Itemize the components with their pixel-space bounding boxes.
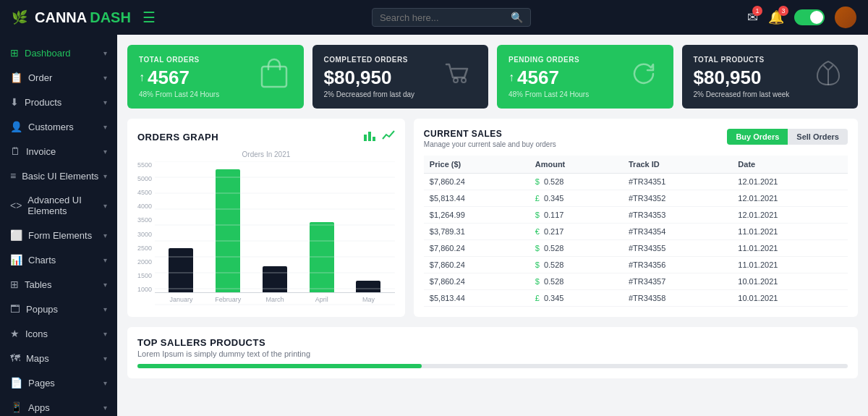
chevron-down-icon: ▾ — [103, 202, 107, 210]
main-content: TOTAL ORDERS ↑ 4567 48% From Last 24 Hou… — [117, 35, 868, 416]
cell-track-id: #TR34358 — [623, 290, 732, 307]
stat-sub: 2% Decreased from last week — [694, 90, 790, 98]
sidebar-item-maps[interactable]: 🗺 Maps ▾ — [0, 346, 117, 370]
sidebar-item-label: Icons — [25, 328, 48, 339]
cell-price: $3,789.31 — [424, 224, 529, 240]
bar-april-green — [310, 222, 334, 292]
sidebar-item-label: Charts — [28, 255, 56, 266]
stat-sub: 48% From Last 24 Hours — [139, 90, 219, 98]
sidebar-item-icons[interactable]: ★ Icons ▾ — [0, 321, 117, 346]
sidebar-item-pages[interactable]: 📄 Pages ▾ — [0, 370, 117, 395]
table-row: $1,264.99 $ 0.117 #TR34353 12.01.2021 — [424, 207, 848, 224]
currency-symbol-icon: $ — [535, 211, 540, 219]
chevron-down-icon: ▾ — [103, 98, 107, 106]
chevron-down-icon: ▾ — [103, 123, 107, 131]
cell-amount: $ 0.528 — [529, 257, 623, 273]
sidebar-item-customers[interactable]: 👤 Customers ▾ — [0, 114, 117, 139]
currency-symbol-icon: £ — [535, 194, 540, 203]
sidebar-item-label: Advanced UI Elements — [27, 195, 103, 216]
table-row: $3,789.31 € 0.217 #TR34354 11.01.2021 — [424, 224, 848, 240]
sell-orders-button[interactable]: Sell Orders — [788, 129, 848, 145]
stats-row: TOTAL ORDERS ↑ 4567 48% From Last 24 Hou… — [127, 45, 858, 109]
top-sallers-title: TOP SALLERS PRODUCTS — [137, 337, 848, 348]
sidebar-item-label: Maps — [26, 353, 49, 364]
search-bar: 🔍 — [372, 8, 531, 27]
sidebar-item-dashboard[interactable]: ⊞ Dashboard ▾ — [0, 41, 117, 65]
cell-price: $5,813.44 — [424, 190, 529, 207]
cell-price: $7,860.24 — [424, 174, 529, 190]
cell-price: $1,264.99 — [424, 207, 529, 224]
stat-label: TOTAL PRODUCTS — [694, 56, 790, 64]
cell-date: 12.01.2021 — [732, 174, 848, 190]
apps-icon: 📱 — [10, 402, 22, 413]
svg-rect-0 — [262, 67, 286, 87]
cell-amount: € 0.217 — [529, 224, 623, 240]
svg-rect-3 — [364, 135, 367, 141]
sidebar-item-charts[interactable]: 📊 Charts ▾ — [0, 247, 117, 272]
currency-symbol-icon: $ — [535, 177, 540, 186]
sidebar-item-label: Form Elements — [28, 230, 92, 241]
sidebar-item-label: Popups — [26, 304, 58, 315]
order-icon: 📋 — [10, 72, 22, 83]
toggle-knob — [810, 11, 823, 24]
x-label-march: March — [252, 293, 299, 303]
cell-date: 11.01.2021 — [732, 257, 848, 273]
x-label-february: February — [205, 293, 252, 303]
chart-icon-group — [363, 129, 395, 145]
top-sallers-card: TOP SALLERS PRODUCTS Lorem Ipsum is simp… — [127, 327, 858, 378]
col-amount: Amount — [529, 156, 623, 174]
mail-button[interactable]: ✉ 1 — [747, 9, 758, 25]
form-elements-icon: ⬜ — [10, 229, 22, 241]
sidebar-item-form-elements[interactable]: ⬜ Form Elements ▾ — [0, 223, 117, 247]
chevron-down-icon: ▾ — [103, 355, 107, 362]
toggle-switch[interactable] — [794, 9, 825, 25]
chevron-down-icon: ▾ — [103, 256, 107, 264]
sidebar-item-popups[interactable]: 🗔 Popups ▾ — [0, 297, 117, 321]
cell-date: 10.01.2021 — [732, 273, 848, 290]
bars-container — [155, 161, 395, 293]
cell-price: $5,813.44 — [424, 290, 529, 307]
svg-point-2 — [461, 78, 466, 82]
sidebar-item-order[interactable]: 📋 Order ▾ — [0, 65, 117, 90]
buy-orders-button[interactable]: Buy Orders — [727, 129, 788, 145]
cart-icon — [441, 56, 477, 98]
x-label-january: January — [158, 293, 205, 303]
x-axis-labels: January February March April May — [155, 293, 395, 303]
cell-track-id: #TR34355 — [623, 240, 732, 257]
sidebar-item-advanced-ui[interactable]: <> Advanced UI Elements ▾ — [0, 188, 117, 223]
chevron-down-icon: ▾ — [103, 172, 107, 180]
avatar[interactable] — [835, 7, 856, 28]
advanced-ui-icon: <> — [10, 200, 22, 211]
search-input[interactable] — [380, 12, 506, 23]
dashboard-icon: ⊞ — [10, 47, 19, 59]
bar-chart-icon[interactable] — [363, 129, 376, 145]
topnav-right: ✉ 1 🔔 3 — [747, 7, 856, 28]
stat-sub: 48% From Last 24 Hours — [509, 90, 589, 98]
products-icon: ⬇ — [10, 96, 19, 108]
chevron-down-icon: ▾ — [103, 281, 107, 289]
popups-icon: 🗔 — [10, 303, 20, 315]
svg-rect-5 — [373, 137, 375, 141]
sidebar-item-apps[interactable]: 📱 Apps ▾ — [0, 395, 117, 416]
sidebar-item-basic-ui[interactable]: ≡ Basic UI Elements ▾ — [0, 164, 117, 188]
menu-toggle-icon[interactable]: ☰ — [142, 9, 156, 26]
cell-track-id: #TR34356 — [623, 257, 732, 273]
sidebar-item-label: Apps — [28, 402, 50, 413]
sidebar-item-products[interactable]: ⬇ Products ▾ — [0, 90, 117, 114]
chevron-down-icon: ▾ — [103, 74, 107, 82]
cell-track-id: #TR34353 — [623, 207, 732, 224]
sidebar-item-tables[interactable]: ⊞ Tables ▾ — [0, 272, 117, 297]
chevron-down-icon: ▾ — [103, 49, 107, 57]
top-sallers-subtitle: Lorem Ipsum is simply dummy text of the … — [137, 349, 848, 358]
table-row: $7,860.24 $ 0.528 #TR34355 11.01.2021 — [424, 240, 848, 257]
sidebar-item-label: Dashboard — [25, 48, 71, 59]
currency-symbol-icon: $ — [535, 244, 540, 252]
bell-button[interactable]: 🔔 3 — [768, 9, 784, 25]
sales-table: Price ($) Amount Track ID Date $7,860.24… — [424, 156, 848, 307]
line-chart-icon[interactable] — [382, 129, 395, 145]
sidebar-item-invoice[interactable]: 🗒 Invoice ▾ — [0, 139, 117, 164]
stat-arrow-up-icon: ↑ — [139, 71, 145, 84]
table-row: $7,860.24 $ 0.528 #TR34356 11.01.2021 — [424, 257, 848, 273]
table-row: $5,813.44 £ 0.345 #TR34352 12.01.2021 — [424, 190, 848, 207]
sidebar-item-label: Customers — [28, 122, 74, 132]
